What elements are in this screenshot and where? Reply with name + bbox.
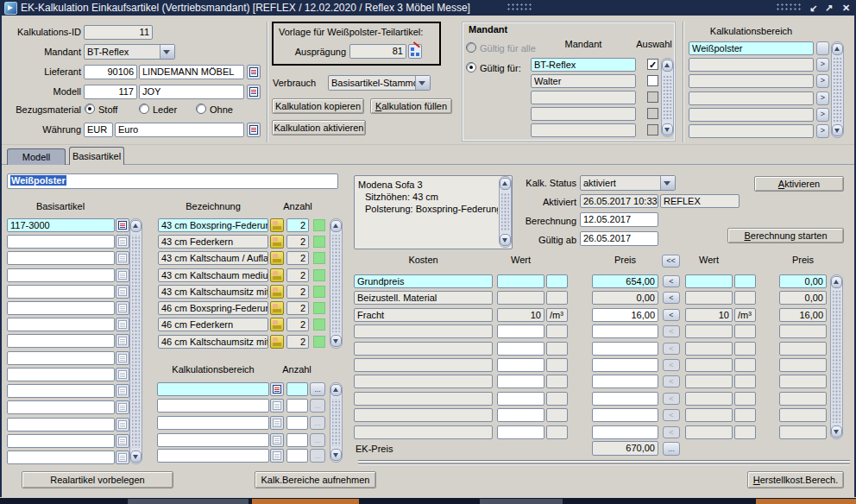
scrollbar[interactable] [661,58,674,137]
waehrung-code-field[interactable]: EUR [84,123,113,137]
transfer-row-button[interactable]: < [663,359,680,371]
auswahl-checkbox[interactable] [647,91,658,103]
wert-field[interactable] [497,291,544,305]
preis-field[interactable] [592,342,658,356]
basisartikel-field[interactable] [7,418,115,432]
chevron-down-icon[interactable] [415,76,430,90]
kalkbereiche-aufnehmen-button[interactable]: Kalk.Bereiche aufnehmen [255,471,376,488]
tab-basisartikel[interactable]: Basisartikel [69,147,124,165]
transfer-row-button[interactable]: < [663,309,680,321]
einheit2-field[interactable] [734,408,756,422]
basisartikel-field[interactable] [7,235,115,249]
basisartikel-lov-icon[interactable] [116,434,129,448]
einheit-field[interactable]: /m³ [546,308,568,322]
anzahl-field[interactable]: 2 [286,235,309,249]
more-button[interactable]: ... [310,433,325,447]
kosten-name-field[interactable] [354,358,493,372]
bezeichnung-field[interactable]: 43 cm Kaltschaum medium [158,268,268,282]
more-button[interactable]: ... [310,382,325,396]
bezeichnung-field[interactable]: 43 cm Federkern [158,235,268,249]
herstellkost-berech-button[interactable]: Herstellkost.Berech. [747,471,844,488]
aktiviert-datetime-field[interactable]: 26.05.2017 10:33 [580,194,658,208]
mandant-row-field[interactable] [531,91,636,104]
ek-preis-field[interactable]: 670,00 [592,441,658,456]
basisartikel-lov-icon[interactable] [116,351,129,365]
sub-anzahl-field[interactable] [286,433,308,447]
transfer-row-button[interactable]: < [663,426,680,438]
basisartikel-lov-icon[interactable] [116,301,129,315]
kosten-name-field[interactable] [354,342,493,356]
wert2-field[interactable] [685,425,733,439]
preis2-field[interactable] [779,375,827,388]
wert-field[interactable] [497,425,544,439]
kalkulation-kopieren-button[interactable]: Kalkulation kopieren [272,98,364,114]
bereich-row-button[interactable]: > [816,74,829,88]
wert-field[interactable] [497,408,544,422]
bereich-row-button[interactable]: > [816,124,829,138]
einheit-field[interactable] [546,392,568,406]
auspraegung-field[interactable]: 81 [349,44,406,59]
scroll-down-icon[interactable] [500,234,511,246]
radio-gueltig-fuer-alle[interactable] [466,42,476,53]
berechnung-date-field[interactable]: 12.05.2017 [580,212,658,227]
preis2-field[interactable] [779,358,827,372]
package-icon[interactable] [270,251,284,265]
wert-field[interactable] [497,342,544,356]
kosten-name-field[interactable] [354,375,493,388]
auswahl-checkbox[interactable] [647,124,658,135]
sub-bereich-lov-icon[interactable] [270,449,284,463]
package-icon[interactable] [270,235,284,249]
preis2-field[interactable]: 0,00 [779,291,827,305]
wert2-field[interactable] [685,274,733,288]
modell-lov-icon[interactable] [247,85,261,99]
wert-field[interactable] [497,324,544,338]
scroll-down-icon[interactable] [832,124,843,136]
scrollbar[interactable] [129,218,142,464]
basisartikel-field[interactable] [7,450,115,464]
einheit-field[interactable] [546,274,568,288]
kosten-name-field[interactable]: Grundpreis [354,274,493,288]
kosten-name-field[interactable] [354,425,493,439]
basisartikel-field[interactable]: 117-3000 [7,218,115,232]
bereich-row-button[interactable] [816,41,829,55]
preis2-field[interactable] [779,342,827,356]
basisartikel-lov-icon[interactable] [116,384,129,398]
bereich-row-field[interactable] [689,108,814,122]
basisartikel-lov-icon[interactable] [116,268,129,282]
scroll-up-icon[interactable] [832,43,843,55]
package-icon[interactable] [270,285,284,299]
gueltig-ab-date-field[interactable]: 26.05.2017 [580,231,658,246]
preis2-field[interactable] [779,324,827,338]
maximize-button[interactable]: ↗ [821,2,836,14]
transfer-row-button[interactable]: < [663,292,680,304]
package-icon[interactable] [270,335,284,349]
mandant-row-field[interactable]: BT-Reflex [531,58,636,72]
scrollbar[interactable] [831,41,844,138]
basisartikel-field[interactable] [7,318,115,331]
more-button[interactable]: ... [310,416,325,430]
basisartikel-lov-icon[interactable] [116,334,129,348]
scroll-up-icon[interactable] [330,220,342,232]
radio-ohne[interactable] [196,104,206,114]
basisartikel-lov-icon[interactable] [116,318,129,331]
bereich-row-field[interactable]: Weißpolster [689,41,814,55]
transfer-row-button[interactable]: < [663,393,680,405]
wert-field[interactable] [497,274,544,288]
wert-field[interactable] [497,358,544,372]
anzahl-field[interactable]: 2 [286,301,309,315]
kosten-name-field[interactable]: Fracht [354,308,493,322]
wert2-field[interactable] [685,342,733,356]
basisartikel-lov-icon[interactable] [116,218,129,232]
mandant-select[interactable]: BT-Reflex [84,44,175,60]
tab-modell[interactable]: Modell [7,148,66,165]
bereich-name-field[interactable]: Weißpolster [7,173,338,189]
preis-field[interactable]: 0,00 [592,291,658,305]
kalkulation-aktivieren-button[interactable]: Kalkulation aktivieren [272,120,366,135]
chevron-down-icon[interactable] [660,176,675,190]
sub-bereich-lov-icon[interactable] [270,416,284,430]
scroll-up-icon[interactable] [330,384,342,396]
einheit-field[interactable] [546,291,568,305]
verbrauch-select[interactable]: Basisartikel-Stammd... [328,75,431,91]
bereich-row-field[interactable] [689,91,814,105]
wert2-field[interactable] [685,408,733,422]
